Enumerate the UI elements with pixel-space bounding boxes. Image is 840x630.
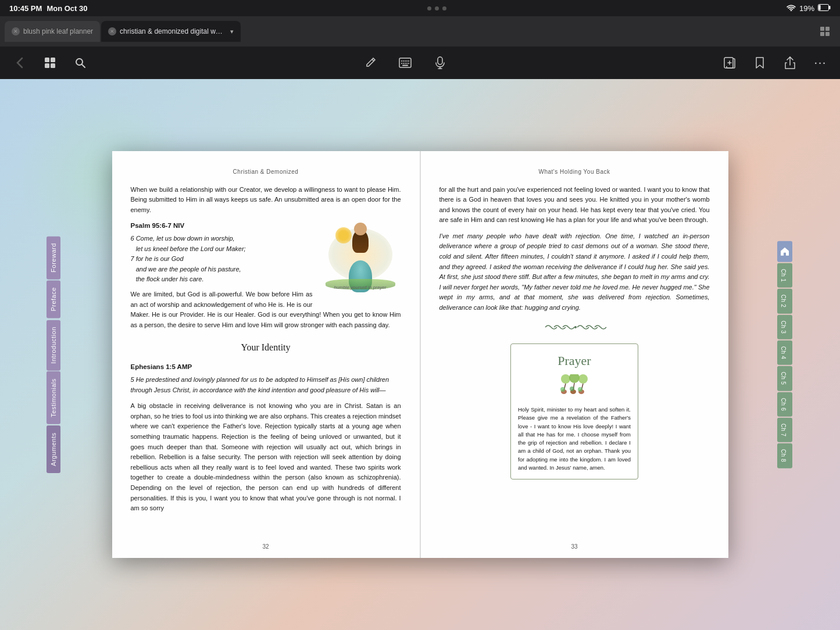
svg-rect-4 [820,27,824,31]
sidebar-right: Ch 1 Ch 2 Ch 3 Ch 4 Ch 5 Ch 6 Ch 7 Ch 8 [777,241,792,468]
tab-workbook[interactable]: ✕ christian & demonized digital workbook… [101,21,241,42]
keyboard-button[interactable] [395,52,416,73]
annotate-button[interactable] [360,52,381,73]
svg-point-32 [574,326,577,328]
svg-rect-11 [51,63,55,68]
tab1-close-btn[interactable]: ✕ [12,27,20,35]
chapter-tab-3[interactable]: Ch 3 [777,314,792,339]
status-right: 19% [787,4,831,13]
tab-blush-planner[interactable]: ✕ blush pink leaf planner [5,21,100,42]
tab2-dropdown-icon[interactable]: ▾ [230,28,234,35]
sidebar-left: Foreward Preface Introduction Testimonia… [47,236,60,473]
back-button[interactable] [9,52,30,73]
chapter-tab-1[interactable]: Ch 1 [777,263,792,288]
book: Christian & Demonized When we build a re… [112,151,728,558]
time-label: 10:45 PM [9,4,42,13]
page-number-left: 32 [112,542,420,552]
prayer-box-text: Holy Spirit, minister to my heart and so… [518,406,631,472]
prayer-icons [518,374,631,402]
page-right: What's Holding You Back for all the hurt… [420,151,728,558]
chapter-tab-7[interactable]: Ch 7 [777,418,792,442]
chapter-tab-2[interactable]: Ch 2 [777,289,792,313]
watercolor-illustration: humble yourself in prayer [320,220,401,295]
svg-rect-9 [51,58,55,62]
chapter-tab-5[interactable]: Ch 5 [777,366,792,391]
tab1-title: blush pink leaf planner [23,27,93,35]
battery-label: 19% [799,4,814,13]
toolbar-right: ··· [719,52,831,73]
sidebar-tab-introduction[interactable]: Introduction [47,320,60,370]
wc-head [354,223,367,235]
date-label: Mon Oct 30 [47,4,87,13]
tab-grid-btn[interactable] [814,21,835,42]
share-button[interactable] [780,52,800,73]
tab2-close-btn[interactable]: ✕ [108,27,116,35]
body-text-rejection: A big obstacle in receiving deliverance … [131,401,401,514]
page-number-right: 33 [421,542,728,552]
wc-caption: humble yourself in prayer [334,284,387,291]
section-title: Your Identity [131,341,401,355]
toolbar-center [360,52,451,73]
svg-rect-8 [45,58,49,62]
dot3 [442,6,446,10]
browser-chrome: ✕ blush pink leaf planner ✕ christian & … [0,16,840,46]
page-right-header: What's Holding You Back [439,167,710,177]
svg-rect-5 [825,27,830,31]
home-tab[interactable] [777,241,792,262]
page-left-header: Christian & Demonized [131,167,401,177]
status-center [427,6,446,10]
bookmark-button[interactable] [749,52,770,73]
svg-rect-2 [818,5,820,10]
prayer-title: Prayer [518,351,631,371]
chapter-tab-8[interactable]: Ch 8 [777,443,792,468]
toolbar: ··· [0,46,840,79]
grid-view-button[interactable] [40,52,60,73]
prayer-box: Prayer [510,343,638,479]
tab2-title: christian & demonized digital workbook [120,27,224,35]
svg-point-35 [578,374,588,384]
dot2 [435,6,439,10]
sidebar-tab-preface[interactable]: Preface [47,281,60,318]
sidebar-tab-foreward[interactable]: Foreward [47,236,60,279]
more-options-button[interactable]: ··· [810,52,831,73]
ephesians-text: 5 He predestined and lovingly planned fo… [131,375,401,395]
svg-rect-10 [45,63,49,68]
status-bar: 10:45 PM Mon Oct 30 19% [0,0,840,16]
sidebar-tab-arguments[interactable]: Arguments [47,425,60,473]
svg-rect-3 [829,6,831,9]
search-button[interactable] [70,52,91,73]
chapter-tab-6[interactable]: Ch 6 [777,392,792,416]
italic-story: I've met many people who have dealt with… [439,231,710,313]
svg-point-40 [570,386,574,391]
ephesians-header: Ephesians 1:5 AMP [131,362,401,373]
svg-line-13 [82,65,85,67]
wifi-icon [787,4,796,13]
svg-point-33 [561,374,570,384]
dot1 [427,6,431,10]
page-left: Christian & Demonized When we build a re… [112,151,420,558]
battery-icon [818,4,831,13]
chapter-tab-4[interactable]: Ch 4 [777,341,792,365]
svg-rect-7 [825,32,830,36]
wc-sun [335,227,352,244]
toolbar-left [9,52,91,73]
page-right-intro: for all the hurt and pain you've experie… [439,185,710,225]
microphone-button[interactable] [430,52,451,73]
status-left: 10:45 PM Mon Oct 30 [9,4,87,13]
document-container: Foreward Preface Introduction Testimonia… [0,79,840,630]
leaf-divider [439,321,710,337]
sidebar-tab-testimonials[interactable]: Testimonials [47,372,60,425]
svg-point-41 [578,387,582,392]
svg-rect-6 [820,32,824,36]
svg-point-34 [569,374,580,383]
svg-point-39 [560,387,565,392]
after-psalm-text: We are limited, but God is all-powerful.… [131,289,401,330]
page-left-intro: When we build a relationship with our Cr… [131,185,401,216]
add-page-button[interactable] [719,52,740,73]
svg-point-0 [790,10,792,11]
svg-rect-26 [438,57,442,65]
